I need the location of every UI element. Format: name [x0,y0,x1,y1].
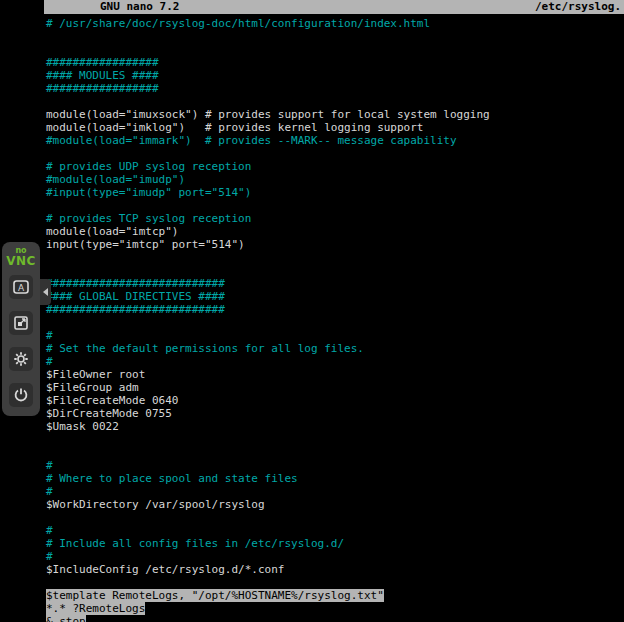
selected-text: $template RemoteLogs, "/opt/%HOSTNAME%/r… [46,589,384,602]
editor-line: module(load="imuxsock") # provides suppo… [46,108,624,121]
novnc-logo: no VNC [6,247,36,267]
editor-line: ########################### [46,277,624,290]
editor-line: # provides UDP syslog reception [46,160,624,173]
editor-line [46,95,624,108]
editor-line [46,43,624,56]
svg-text:A: A [18,283,25,293]
editor[interactable]: # /usr/share/doc/rsyslog-doc/html/config… [44,14,624,622]
editor-line [46,30,624,43]
editor-line: $IncludeConfig /etc/rsyslog.d/*.conf [46,563,624,576]
editor-line [46,147,624,160]
editor-line: #input(type="imudp" port="514") [46,186,624,199]
editor-line: $FileOwner root [46,368,624,381]
editor-line: #### MODULES #### [46,69,624,82]
editor-line: # [46,329,624,342]
nano-version: GNU nano 7.2 [44,0,179,14]
power-button[interactable] [9,383,33,407]
editor-line [46,316,624,329]
fullscreen-icon [13,315,29,331]
editor-line: # [46,355,624,368]
selected-text: *.* ?RemoteLogs [46,602,145,615]
editor-line: # [46,485,624,498]
nano-titlebar: GNU nano 7.2 /etc/rsyslog. [44,0,624,14]
editor-line: $FileGroup adm [46,381,624,394]
editor-line: $WorkDirectory /var/spool/rsyslog [46,498,624,511]
selected-text: & stop [46,615,86,622]
toolbar-handle[interactable] [40,279,51,305]
screen: GNU nano 7.2 /etc/rsyslog. # /usr/share/… [0,0,624,622]
fullscreen-button[interactable] [9,311,33,335]
editor-line: input(type="imtcp" port="514") [46,238,624,251]
editor-line: $template RemoteLogs, "/opt/%HOSTNAME%/r… [46,589,624,602]
editor-line: & stop [46,615,624,622]
editor-line: #module(load="immark") # provides --MARK… [46,134,624,147]
editor-line: ################# [46,82,624,95]
editor-line: #module(load="imudp") [46,173,624,186]
editor-line [46,251,624,264]
editor-line: # Where to place spool and state files [46,472,624,485]
editor-line: *.* ?RemoteLogs [46,602,624,615]
editor-line [46,264,624,277]
editor-line: # [46,459,624,472]
editor-line: ########################### [46,303,624,316]
editor-line: module(load="imtcp") [46,225,624,238]
editor-line: # [46,524,624,537]
collapse-left-arrow-icon [43,288,48,296]
editor-line: ################# [46,56,624,69]
editor-line: # /usr/share/doc/rsyslog-doc/html/config… [46,17,624,30]
novnc-toolbar: no VNC A [2,242,40,416]
editor-line [46,576,624,589]
a-key-icon: A [13,279,29,295]
editor-line [46,446,624,459]
novnc-logo-main: VNC [6,255,36,267]
editor-line: #### GLOBAL DIRECTIVES #### [46,290,624,303]
editor-line [46,511,624,524]
power-icon [13,387,29,403]
editor-line: $Umask 0022 [46,420,624,433]
editor-line: # Include all config files in /etc/rsysl… [46,537,624,550]
editor-line: # provides TCP syslog reception [46,212,624,225]
editor-line: $FileCreateMode 0640 [46,394,624,407]
editor-line: # [46,550,624,563]
editor-line [46,433,624,446]
terminal-window: GNU nano 7.2 /etc/rsyslog. # /usr/share/… [44,0,624,622]
gear-icon [13,351,29,367]
editor-line: # Set the default permissions for all lo… [46,342,624,355]
nano-filename: /etc/rsyslog. [535,0,624,14]
settings-button[interactable] [9,347,33,371]
editor-line: module(load="imklog") # provides kernel … [46,121,624,134]
extra-keys-button[interactable]: A [9,275,33,299]
editor-line [46,199,624,212]
novnc-buttons: A [9,275,33,407]
editor-line: $DirCreateMode 0755 [46,407,624,420]
